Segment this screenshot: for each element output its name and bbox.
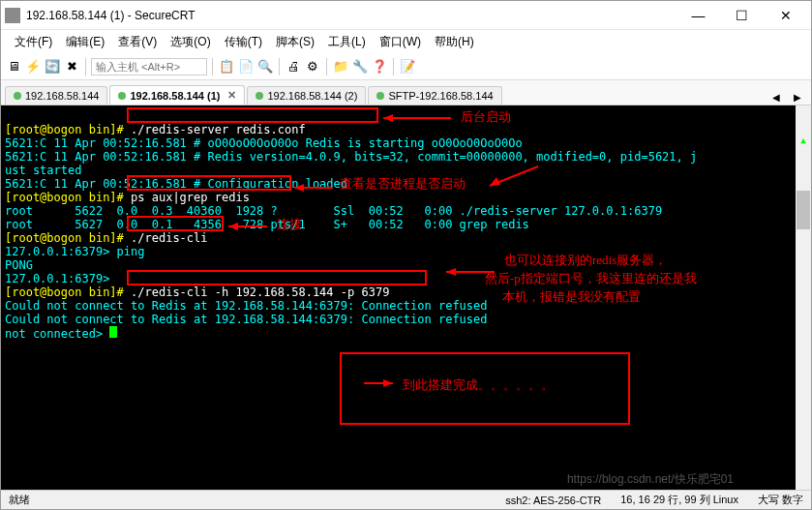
svg-line-4	[490, 166, 538, 186]
prompt: [root@bogon bin]#	[5, 123, 131, 136]
svg-marker-9	[446, 268, 456, 276]
app-icon	[5, 8, 20, 23]
host-input[interactable]	[91, 58, 207, 75]
toolbar: 🖥 ⚡ 🔄 ✖ 📋 📄 🔍 🖨 ⚙ 📁 🔧 ❓ 📝	[1, 53, 811, 80]
arrow-icon	[485, 162, 543, 191]
tab-session-2[interactable]: 192.168.58.144 (1)✕	[109, 85, 245, 105]
status-caps: 大写 数字	[758, 493, 803, 507]
output-line: not connected>	[5, 327, 109, 341]
minimize-button[interactable]: —	[677, 2, 720, 29]
cursor	[109, 326, 117, 338]
prompt: [root@bogon bin]#	[5, 191, 131, 204]
help-icon[interactable]: ❓	[371, 58, 388, 75]
tab-session-1[interactable]: 192.168.58.144	[5, 86, 107, 105]
output-line: PONG	[5, 258, 33, 272]
annotation: 查看是否进程是否启动	[340, 177, 466, 191]
tab-label: 192.168.58.144 (2)	[267, 90, 357, 102]
menu-view[interactable]: 查看(V)	[112, 32, 163, 52]
connect-icon[interactable]: 🖥	[5, 58, 22, 75]
tabbar: 192.168.58.144 192.168.58.144 (1)✕ 192.1…	[1, 80, 811, 105]
highlight-box	[127, 107, 378, 123]
highlight-box	[340, 352, 630, 425]
status-position: 16, 16 29 行, 99 列 Linux	[620, 493, 738, 507]
status-dot-icon	[14, 92, 21, 100]
menu-transfer[interactable]: 传输(T)	[219, 32, 268, 52]
settings-icon[interactable]: 🔧	[351, 58, 369, 75]
maximize-button[interactable]: ☐	[720, 2, 764, 29]
paste-icon[interactable]: 📄	[237, 58, 255, 75]
output-line: 127.0.0.1:6379>	[5, 272, 117, 285]
status-dot-icon	[256, 92, 263, 100]
disconnect-icon[interactable]: ✖	[63, 58, 80, 75]
menu-script[interactable]: 脚本(S)	[270, 32, 320, 52]
statusbar: 就绪 ssh2: AES-256-CTR 16, 16 29 行, 99 列 L…	[1, 490, 811, 509]
arrow-icon	[359, 376, 398, 390]
annotation: 也可以连接别的redis服务器，	[504, 254, 667, 267]
menu-file[interactable]: 文件(F)	[9, 32, 58, 52]
menu-help[interactable]: 帮助(H)	[429, 32, 480, 52]
log-icon[interactable]: 📝	[399, 58, 416, 75]
annotation: 到此搭建完成。。。。。。	[403, 378, 554, 392]
menu-options[interactable]: 选项(O)	[165, 32, 216, 52]
status-ready: 就绪	[9, 493, 30, 507]
tab-label: 192.168.58.144	[25, 90, 99, 102]
app-window: 192.168.58.144 (1) - SecureCRT — ☐ ✕ 文件(…	[0, 0, 812, 510]
tab-label: 192.168.58.144 (1)	[130, 90, 220, 102]
arrow-icon	[441, 265, 499, 279]
reconnect-icon[interactable]: 🔄	[44, 58, 61, 75]
annotation: 后台启动	[461, 110, 511, 124]
output-line: Could not connect to Redis at 192.168.58…	[5, 299, 488, 313]
tab-label: SFTP-192.168.58.144	[388, 90, 493, 102]
scrollbar[interactable]: ▲	[796, 105, 811, 490]
tab-session-3[interactable]: 192.168.58.144 (2)	[247, 86, 366, 105]
scroll-thumb[interactable]	[797, 191, 810, 229]
highlight-box	[127, 270, 427, 285]
status-cipher: ssh2: AES-256-CTR	[505, 495, 601, 506]
svg-marker-11	[383, 379, 393, 387]
scroll-up-icon[interactable]: ▲	[796, 133, 811, 148]
output-line: 5621:C 11 Apr 00:52:16.581 # Redis versi…	[5, 150, 697, 164]
print-icon[interactable]: 🖨	[285, 58, 302, 75]
status-dot-icon	[118, 92, 126, 100]
copy-icon[interactable]: 📋	[218, 58, 235, 75]
output-line: 5621:C 11 Apr 00:52:16.581 # oO0OoO0OoO0…	[5, 136, 523, 150]
window-title: 192.168.58.144 (1) - SecureCRT	[26, 9, 677, 22]
quick-connect-icon[interactable]: ⚡	[24, 58, 42, 75]
output-line: root 5622 0.0 0.3 40360 1928 ? Ssl 00:52…	[5, 204, 662, 218]
annotation: 本机，报错是我没有配置	[502, 290, 641, 304]
output-line: ust started	[5, 164, 81, 177]
command: ./redis-cli -h 192.168.58.144 -p 6379	[131, 285, 389, 299]
annotation: 然后-p指定端口号，我这里连的还是我	[485, 272, 697, 285]
svg-marker-1	[383, 114, 393, 122]
menubar: 文件(F) 编辑(E) 查看(V) 选项(O) 传输(T) 脚本(S) 工具(L…	[1, 30, 811, 53]
watermark: https://blog.csdn.net/快乐肥宅01	[567, 472, 734, 486]
tab-close-icon[interactable]: ✕	[227, 89, 236, 102]
menu-window[interactable]: 窗口(W)	[374, 32, 427, 52]
close-button[interactable]: ✕	[764, 2, 807, 29]
command: ps aux|grep redis	[131, 191, 250, 204]
output-line: 127.0.0.1:6379> ping	[5, 245, 145, 258]
options-icon[interactable]: ⚙	[304, 58, 321, 75]
command: ./redis-cli	[131, 231, 207, 245]
find-icon[interactable]: 🔍	[256, 58, 274, 75]
output-line: 5621:C 11 Apr 00:52:16.581 # Configurati…	[5, 177, 347, 191]
svg-marker-5	[490, 177, 500, 186]
output-line: root 5627 0.0 0.1 4356 728 pts/1 S+ 00:5…	[5, 218, 529, 231]
titlebar: 192.168.58.144 (1) - SecureCRT — ☐ ✕	[1, 1, 811, 30]
tab-sftp[interactable]: SFTP-192.168.58.144	[368, 86, 501, 105]
command: ./redis-server redis.conf	[131, 123, 306, 136]
arrow-icon	[378, 111, 456, 125]
menu-tools[interactable]: 工具(L)	[322, 32, 372, 52]
prompt: [root@bogon bin]#	[5, 285, 131, 299]
session-icon[interactable]: 📁	[332, 58, 349, 75]
menu-edit[interactable]: 编辑(E)	[60, 32, 110, 52]
terminal[interactable]: [root@bogon bin]# ./redis-server redis.c…	[1, 105, 811, 490]
status-dot-icon	[376, 92, 384, 100]
prompt: [root@bogon bin]#	[5, 231, 131, 245]
tab-next-icon[interactable]: ▶	[788, 90, 807, 105]
output-line: Could not connect to Redis at 192.168.58…	[5, 313, 488, 326]
tab-prev-icon[interactable]: ◀	[767, 90, 786, 105]
